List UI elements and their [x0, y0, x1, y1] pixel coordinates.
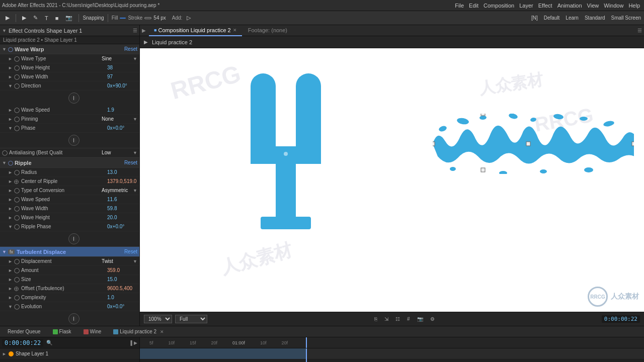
menu-help[interactable]: Help	[626, 3, 642, 9]
phase-value[interactable]: 0x+0.0°	[107, 125, 137, 131]
antialiasing-dropdown[interactable]: ▼	[133, 150, 137, 155]
type-conversion-label: Type of Conversion	[21, 188, 102, 193]
antialiasing-value[interactable]: Low	[102, 150, 132, 155]
displacement-value[interactable]: Twist	[102, 258, 132, 264]
workspace-n[interactable]: [N]	[531, 15, 538, 21]
layer-expand[interactable]: ►	[2, 351, 7, 356]
offset-crosshair[interactable]: ⨁	[14, 286, 21, 291]
workspace-learn[interactable]: Learn	[566, 15, 579, 21]
wave-height-label: Wave Height	[21, 65, 107, 70]
ripple-phase-dial[interactable]	[68, 233, 79, 244]
wave-type-dropdown[interactable]: ▼	[133, 56, 137, 61]
menu-view[interactable]: View	[585, 3, 601, 9]
phase-expand[interactable]: ▼	[8, 126, 13, 131]
phase-dial[interactable]	[68, 135, 79, 146]
offset-turbulence-value[interactable]: 9600.5,400	[107, 286, 137, 291]
ripple-header[interactable]: ▼ ◯ Ripple Reset	[0, 158, 139, 168]
menu-file[interactable]: File	[453, 3, 466, 9]
wave-warp-header[interactable]: ▼ ◯ Wave Warp Reset	[0, 44, 139, 54]
comp-panel-menu[interactable]: ☰	[637, 28, 642, 33]
layer-name[interactable]: Shape Layer 1	[16, 351, 48, 356]
flask-tab[interactable]: Flask	[47, 327, 77, 336]
wave-warp-reset[interactable]: Reset	[124, 46, 137, 52]
radius-value[interactable]: 13.0	[107, 169, 137, 175]
comp-fit-btn[interactable]: ⇲	[382, 315, 390, 323]
comp-breadcrumb: Liquid practice 2	[152, 39, 192, 45]
comp-tab-main-label: Composition Liquid practice 2	[158, 27, 230, 33]
render-queue-tab[interactable]: Render Queue	[2, 327, 46, 336]
wave-type-value[interactable]: Sine	[102, 56, 132, 61]
fill-swatch[interactable]	[120, 18, 126, 19]
wave-width-expand[interactable]: ►	[8, 74, 13, 79]
ripple-name: Ripple	[15, 160, 122, 166]
toolbar-select[interactable]: ▶	[20, 14, 29, 22]
wave-width-value[interactable]: 97	[107, 74, 137, 79]
direction-expand[interactable]: ▼	[8, 83, 13, 88]
wave-height-value[interactable]: 38	[107, 65, 137, 70]
ripple-wave-height-value[interactable]: 20.0	[107, 215, 137, 220]
panel-menu-icon[interactable]: ☰	[133, 28, 137, 33]
toolbar-camera[interactable]: 📷	[63, 14, 75, 22]
center-ripple-crosshair[interactable]: ⨁	[14, 179, 21, 184]
breadcrumb-home-icon[interactable]: ▶	[144, 39, 148, 45]
center-ripple-value[interactable]: 1379.0,519.0	[107, 178, 137, 184]
comp-tab-footage[interactable]: Footage: (none)	[243, 25, 292, 36]
quality-select[interactable]: FullHalfQuarter	[175, 315, 207, 323]
comp-safe-btn[interactable]: ☷	[393, 315, 402, 323]
add-btn[interactable]: ▷	[184, 14, 193, 22]
zoom-select[interactable]: 100%50%200%	[144, 315, 172, 323]
pinning-dropdown[interactable]: ▼	[133, 117, 137, 122]
menu-edit[interactable]: Edit	[467, 3, 480, 9]
comp-tab-close[interactable]: ✕	[233, 28, 237, 33]
svg-point-11	[530, 117, 536, 122]
wave-speed-expand[interactable]: ►	[8, 108, 13, 113]
wine-tab[interactable]: Wine	[78, 327, 107, 336]
toolbar-shape[interactable]: ■	[53, 14, 61, 22]
comp-grid-btn[interactable]: #	[405, 315, 412, 323]
ripple-wave-speed-row: ► ◯ Wave Speed 11.6	[0, 195, 139, 204]
turbulent-reset[interactable]: Reset	[124, 249, 137, 254]
comp-settings-btn[interactable]: ⚙	[428, 315, 437, 323]
lp-tab-close[interactable]: ✕	[160, 329, 164, 334]
menu-effect[interactable]: Effect	[536, 3, 554, 9]
pinning-value[interactable]: None	[102, 116, 132, 122]
ripple-section: ▼ ◯ Ripple Reset ► ◯ Radius 13.0 ► ⨁ Cen…	[0, 158, 139, 247]
direction-value[interactable]: 0x+90.0°	[107, 83, 137, 88]
evolution-dial[interactable]	[68, 313, 79, 324]
toolbar-pen[interactable]: ✎	[31, 14, 40, 22]
ripple-wave-width-value[interactable]: 59.8	[107, 206, 137, 211]
ruler-5: 10f	[260, 340, 267, 345]
menu-layer[interactable]: Layer	[517, 3, 535, 9]
radius-row: ► ◯ Radius 13.0	[0, 168, 139, 177]
turbulent-displace-header[interactable]: ▼ fx Turbulent Displace Reset	[0, 247, 139, 257]
menu-animation[interactable]: Animation	[555, 3, 584, 9]
pinning-expand[interactable]: ►	[8, 117, 13, 122]
wave-height-expand[interactable]: ►	[8, 65, 13, 70]
evolution-value[interactable]: 0x+0.0°	[107, 304, 137, 309]
size-value[interactable]: 15.0	[107, 277, 137, 282]
timeline-search-btn[interactable]: 🔍	[46, 340, 52, 345]
stroke-swatch[interactable]	[144, 17, 151, 19]
menu-window[interactable]: Window	[602, 3, 625, 9]
ripple-phase-value[interactable]: 0x+0.0°	[107, 224, 137, 229]
type-conversion-value[interactable]: Asymmetric	[102, 188, 132, 193]
comp-snap-btn[interactable]: ⎘	[372, 315, 379, 323]
toolbar-new[interactable]: ▶	[3, 14, 12, 22]
ripple-wave-speed-value[interactable]: 11.6	[107, 197, 137, 202]
menu-composition[interactable]: Composition	[481, 3, 516, 9]
comp-camera-btn[interactable]: 📷	[415, 315, 425, 323]
comp-tab-main[interactable]: ■ Composition Liquid practice 2 ✕	[149, 25, 242, 36]
amount-value[interactable]: 359.0	[107, 267, 137, 273]
toolbar-text[interactable]: T	[42, 14, 51, 22]
wave-speed-value[interactable]: 1.9	[107, 107, 137, 113]
workspace-small[interactable]: Small Screen	[611, 15, 641, 21]
playhead[interactable]	[306, 348, 307, 362]
workspace-default[interactable]: Default	[544, 15, 560, 21]
timeline-track-area[interactable]	[140, 348, 644, 362]
liquid-practice-tab[interactable]: Liquid practice 2 ✕	[108, 327, 170, 336]
workspace-standard[interactable]: Standard	[585, 15, 605, 21]
ripple-reset[interactable]: Reset	[124, 160, 137, 165]
wave-type-expand[interactable]: ►	[8, 56, 13, 61]
direction-dial[interactable]	[68, 93, 79, 104]
complexity-value[interactable]: 1.0	[107, 295, 137, 300]
